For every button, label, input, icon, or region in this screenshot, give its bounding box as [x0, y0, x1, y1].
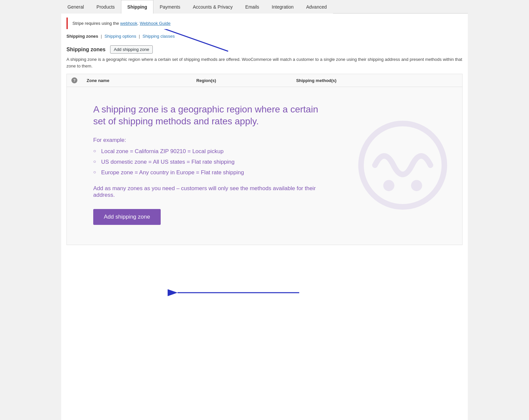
empty-state-example-label: For example:	[93, 137, 449, 144]
tab-integration[interactable]: Integration	[265, 0, 300, 14]
tab-advanced[interactable]: Advanced	[300, 0, 333, 14]
empty-state-list: Local zone = California ZIP 90210 = Loca…	[93, 148, 449, 176]
help-icon[interactable]: ?	[71, 77, 77, 83]
add-shipping-zone-button-top[interactable]: Add shipping zone	[110, 45, 153, 54]
add-shipping-zone-button-main[interactable]: Add shipping zone	[93, 209, 161, 225]
section-header: Shipping zones Add shipping zone	[66, 45, 463, 54]
th-help: ?	[67, 74, 82, 87]
list-item: US domestic zone = All US states = Flat …	[93, 159, 449, 165]
tab-general[interactable]: General	[61, 0, 90, 14]
tab-payments[interactable]: Payments	[153, 0, 186, 14]
empty-state-main-text: A shipping zone is a geographic region w…	[93, 104, 325, 128]
sub-navigation: Shipping zones | Shipping options | Ship…	[66, 32, 463, 42]
section-title: Shipping zones	[66, 47, 105, 53]
tabs-navigation: GeneralProductsShippingPaymentsAccounts …	[61, 0, 468, 14]
tab-emails[interactable]: Emails	[239, 0, 265, 14]
th-regions: Region(s)	[192, 74, 292, 87]
svg-point-6	[411, 180, 422, 191]
tab-products[interactable]: Products	[90, 0, 121, 14]
notice-dot: .	[138, 21, 140, 26]
svg-point-5	[383, 180, 394, 191]
webhook-link[interactable]: webhook	[120, 21, 138, 26]
list-item: Europe zone = Any country in Europe = Fl…	[93, 169, 449, 176]
sub-nav-active: Shipping zones	[66, 34, 98, 39]
zones-table: ? Zone name Region(s) Shipping method(s)	[66, 74, 463, 245]
tab-accounts-privacy[interactable]: Accounts & Privacy	[186, 0, 239, 14]
shipping-options-link[interactable]: Shipping options	[104, 34, 136, 39]
th-shipping-methods: Shipping method(s)	[292, 74, 463, 87]
tab-shipping[interactable]: Shipping	[121, 0, 153, 14]
shipping-classes-link[interactable]: Shipping classes	[142, 34, 175, 39]
list-item: Local zone = California ZIP 90210 = Loca…	[93, 148, 449, 155]
notice-text: Stripe requires using the	[72, 21, 120, 26]
stripe-notice: Stripe requires using the webhook. Webho…	[66, 18, 463, 29]
webhook-guide-link[interactable]: Webhook Guide	[140, 21, 171, 26]
th-zone-name: Zone name	[82, 74, 192, 87]
empty-state-tagline: Add as many zones as you need – customer…	[93, 185, 325, 198]
empty-state: A shipping zone is a geographic region w…	[67, 87, 462, 245]
arrow-add-zone-button	[61, 271, 468, 311]
zones-description: A shipping zone is a geographic region w…	[66, 56, 463, 69]
